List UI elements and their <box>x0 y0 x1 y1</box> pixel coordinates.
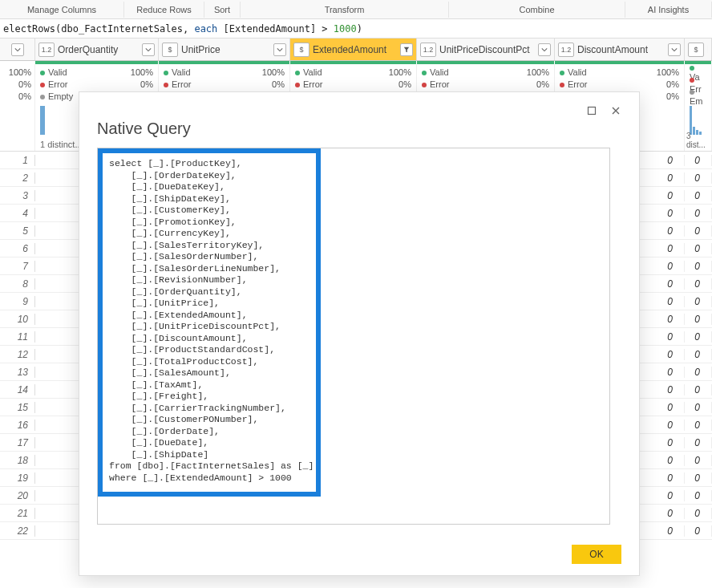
row-header-corner[interactable] <box>0 39 35 60</box>
cell-last[interactable]: 0 <box>685 508 712 519</box>
row-index: 5 <box>0 225 35 237</box>
decimal-type-icon[interactable]: 1.2 <box>38 43 55 57</box>
dialog-title: Native Query <box>97 120 621 138</box>
row-index: 17 <box>0 437 35 448</box>
native-query-dialog: Native Query select [_].[ProductKey], [_… <box>79 91 640 576</box>
row-index: 2 <box>0 172 35 184</box>
ribbon-group-transform: Transform <box>241 2 449 18</box>
cell-last[interactable]: 0 <box>685 437 712 448</box>
currency-type-icon[interactable]: $ <box>162 43 178 57</box>
cell-last[interactable]: 0 <box>685 367 712 378</box>
ok-button[interactable]: OK <box>572 545 621 564</box>
row-index: 18 <box>0 455 35 466</box>
cell-last[interactable]: 0 <box>685 296 712 307</box>
formula-field: [ExtendedAmount] > <box>217 23 334 34</box>
distinct-label-1: 1 distinct... <box>40 140 83 149</box>
stat-pct-100: 100% <box>9 67 31 77</box>
row-index: 22 <box>0 525 35 537</box>
row-index: 3 <box>0 190 35 201</box>
column-header-unitpricediscountpct[interactable]: 1.2UnitPriceDiscountPct <box>417 39 555 60</box>
row-index: 21 <box>0 508 35 519</box>
row-index: 11 <box>0 331 35 343</box>
row-index: 1 <box>0 155 35 166</box>
formula-keyword: each <box>194 23 217 34</box>
column-header-extendedamount[interactable]: $ExtendedAmount <box>290 39 417 60</box>
cell-last[interactable]: 0 <box>685 278 712 290</box>
ribbon-group-manage-columns: Manage Columns <box>0 2 124 18</box>
column-label: UnitPrice <box>181 44 273 55</box>
maximize-icon[interactable] <box>586 105 597 116</box>
formula-bar[interactable]: electRows(dbo_FactInternetSales, each [E… <box>0 19 712 39</box>
decimal-type-icon[interactable]: 1.2 <box>420 43 436 57</box>
row-index: 7 <box>0 261 35 272</box>
formula-text-prefix: electRows(dbo_FactInternetSales, <box>3 23 194 34</box>
cell-last[interactable]: 0 <box>685 490 712 501</box>
column-label: Pr <box>707 44 708 55</box>
cell-last[interactable]: 0 <box>685 384 712 395</box>
row-index: 8 <box>0 278 35 290</box>
stat-pct-0a: 0% <box>18 79 31 89</box>
cell-last[interactable]: 0 <box>685 261 712 272</box>
query-text-container: select [_].[ProductKey], [_].[OrderDateK… <box>97 148 610 525</box>
native-sql-text[interactable]: select [_].[ProductKey], [_].[OrderDateK… <box>109 158 309 484</box>
cell-last[interactable]: 0 <box>685 208 712 219</box>
row-index: 14 <box>0 384 35 395</box>
filter-dropdown-icon[interactable] <box>538 43 551 56</box>
column-header-pr[interactable]: $Pr <box>685 39 712 60</box>
decimal-type-icon[interactable]: 1.2 <box>558 43 574 57</box>
filter-dropdown-icon[interactable] <box>273 43 286 56</box>
cell-last[interactable]: 0 <box>685 243 712 254</box>
formula-suffix: ) <box>357 23 362 34</box>
ribbon-group-combine: Combine <box>449 2 625 18</box>
row-index: 10 <box>0 314 35 325</box>
cell-last[interactable]: 0 <box>685 455 712 466</box>
svg-rect-0 <box>589 107 596 115</box>
row-index: 20 <box>0 490 35 501</box>
cell-last[interactable]: 0 <box>685 525 712 537</box>
query-highlight-box: select [_].[ProductKey], [_].[OrderDateK… <box>98 148 321 497</box>
cell-last[interactable]: 0 <box>685 402 712 413</box>
dist-last: 3 dist... <box>685 103 712 151</box>
row-index: 15 <box>0 402 35 413</box>
cell-last[interactable]: 0 <box>685 172 712 184</box>
cell-last[interactable]: 0 <box>685 190 712 201</box>
column-label: OrderQuantity <box>58 44 142 55</box>
cell-last[interactable]: 0 <box>685 314 712 325</box>
filter-active-icon[interactable] <box>400 43 413 56</box>
cell-last[interactable]: 0 <box>685 472 712 484</box>
cell-last[interactable]: 0 <box>685 420 712 431</box>
stat-pct-0b: 0% <box>18 91 31 101</box>
distinct-label-3: 3 dist... <box>686 132 711 149</box>
ribbon-group-ai-insights: AI Insights <box>625 2 712 18</box>
row-index: 12 <box>0 349 35 360</box>
currency-type-icon[interactable]: $ <box>293 43 309 57</box>
row-index: 19 <box>0 472 35 484</box>
row-index: 9 <box>0 296 35 307</box>
cell-last[interactable]: 0 <box>685 225 712 237</box>
close-icon[interactable] <box>610 105 621 116</box>
row-index: 6 <box>0 243 35 254</box>
row-index: 13 <box>0 367 35 378</box>
column-label: ExtendedAmount <box>313 44 400 55</box>
cell-last[interactable]: 0 <box>685 331 712 343</box>
currency-type-icon[interactable]: $ <box>688 43 704 57</box>
column-header-orderquantity[interactable]: 1.2OrderQuantity <box>35 39 159 60</box>
column-header-discountamount[interactable]: 1.2DiscountAmount <box>555 39 685 60</box>
ribbon-group-labels: Manage Columns Reduce Rows Sort Transfor… <box>0 0 712 19</box>
cell-last[interactable]: 0 <box>685 155 712 166</box>
row-index: 16 <box>0 420 35 431</box>
ribbon-group-reduce-rows: Reduce Rows <box>124 2 204 18</box>
column-header-unitprice[interactable]: $UnitPrice <box>159 39 290 60</box>
column-headers-row: 1.2OrderQuantity$UnitPrice$ExtendedAmoun… <box>0 39 712 61</box>
ribbon-group-sort: Sort <box>204 2 241 18</box>
column-label: UnitPriceDiscountPct <box>439 44 538 55</box>
formula-number: 1000 <box>334 23 357 34</box>
table-menu-button[interactable] <box>11 43 24 56</box>
filter-dropdown-icon[interactable] <box>142 43 155 56</box>
row-index: 4 <box>0 208 35 219</box>
cell-last[interactable]: 0 <box>685 349 712 360</box>
filter-dropdown-icon[interactable] <box>668 43 681 56</box>
stats-pr: VaErrEm <box>685 64 712 103</box>
column-label: DiscountAmount <box>577 44 668 55</box>
